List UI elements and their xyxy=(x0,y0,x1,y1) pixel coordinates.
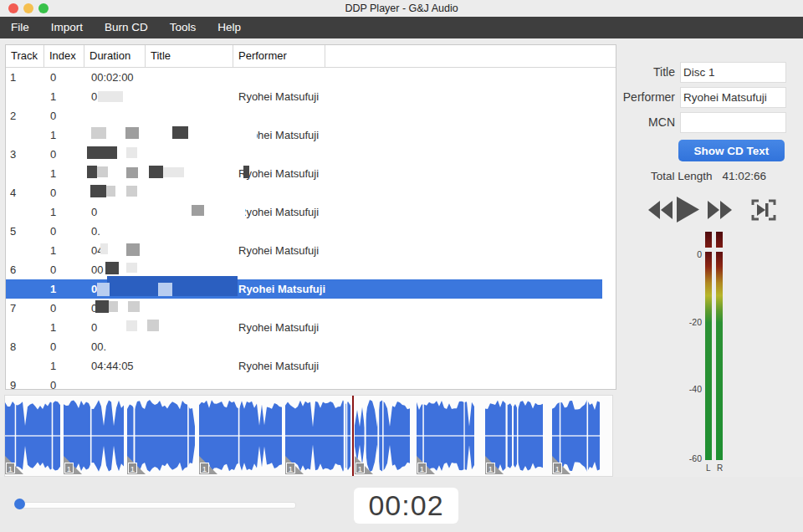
menu-import[interactable]: Import xyxy=(40,17,94,38)
table-row[interactable]: 20 xyxy=(6,106,602,125)
meter-scale-20: -20 xyxy=(688,317,702,327)
playhead-line xyxy=(352,396,354,476)
transport-controls xyxy=(648,197,782,223)
title-field-label: Title xyxy=(575,65,675,79)
table-row[interactable]: 104Ryohei Matsufuji xyxy=(6,279,602,299)
waveform-segment[interactable]: 1 xyxy=(64,397,125,474)
table-header: Track Index Duration Title Performer xyxy=(6,45,616,68)
table-row[interactable]: 10Ryohei Matsufuji xyxy=(6,87,602,106)
cell-index: 1 xyxy=(44,283,84,295)
menu-tools[interactable]: Tools xyxy=(159,17,207,38)
redaction-block xyxy=(126,263,137,273)
waveform-segment[interactable]: 1 xyxy=(552,397,601,474)
meter-label-left: L xyxy=(706,463,711,473)
total-length-value: 41:02:66 xyxy=(723,170,767,182)
redaction-block xyxy=(95,300,109,313)
table-row[interactable]: 1000:02:00 xyxy=(6,68,602,87)
play-button[interactable] xyxy=(677,197,699,226)
cell-index: 0 xyxy=(44,263,84,276)
time-display: 00:02 xyxy=(354,488,458,524)
skip-to-marker-button[interactable] xyxy=(750,198,777,225)
column-header-index[interactable]: Index xyxy=(44,45,84,67)
cell-index: 0 xyxy=(44,187,84,199)
meter-scale-60: -60 xyxy=(688,453,702,463)
redaction-block xyxy=(98,91,123,102)
rewind-button[interactable] xyxy=(648,201,673,223)
track-marker-number: 1 xyxy=(553,463,562,473)
redaction-block xyxy=(126,243,140,256)
show-cd-text-button[interactable]: Show CD Text xyxy=(678,140,785,161)
track-marker-number: 1 xyxy=(417,463,427,473)
redaction-block xyxy=(147,320,159,331)
performer-field-label: Performer xyxy=(575,90,675,104)
redaction-block xyxy=(126,167,138,178)
app-window: DDP Player - G&J Audio File Import Burn … xyxy=(0,0,803,532)
redaction-block xyxy=(91,127,106,139)
cell-track: 5 xyxy=(6,225,44,238)
seek-slider-track[interactable] xyxy=(15,502,296,509)
fast-forward-button[interactable] xyxy=(707,201,732,223)
cell-duration: 00. xyxy=(84,340,146,353)
cell-index: 0 xyxy=(44,302,84,315)
column-header-duration[interactable]: Duration xyxy=(84,45,146,67)
menu-file[interactable]: File xyxy=(0,17,40,38)
table-row[interactable]: 104Ryohei Matsufuji xyxy=(6,241,602,260)
track-marker-number: 1 xyxy=(200,463,209,473)
menu-help[interactable]: Help xyxy=(207,17,252,38)
column-header-performer[interactable]: Performer xyxy=(233,45,325,67)
waveform-segment[interactable]: 1 xyxy=(417,397,476,474)
cell-track: 7 xyxy=(6,302,44,315)
redaction-block xyxy=(106,186,115,197)
redaction-block xyxy=(235,204,245,218)
cell-track: 4 xyxy=(6,187,44,199)
cell-track: 1 xyxy=(6,71,44,84)
disc-performer-input[interactable] xyxy=(680,87,786,108)
column-header-empty[interactable] xyxy=(325,45,616,67)
waveform-segment[interactable]: 1 xyxy=(5,397,61,474)
redaction-block xyxy=(149,166,163,178)
redaction-block xyxy=(87,166,97,178)
redaction-block xyxy=(172,126,188,139)
transport-bar: 00:02 xyxy=(0,477,803,532)
waveform-segment[interactable]: 1 xyxy=(199,397,283,474)
waveform-segment[interactable]: 1 xyxy=(285,397,352,474)
redaction-block xyxy=(97,166,108,177)
cell-track: 6 xyxy=(6,263,44,276)
skip-to-marker-icon xyxy=(750,210,777,224)
track-marker-number: 1 xyxy=(6,463,15,473)
table-row[interactable]: 10Ryohei Matsufuji xyxy=(6,202,602,222)
menu-burn-cd[interactable]: Burn CD xyxy=(94,17,159,38)
titlebar: DDP Player - G&J Audio xyxy=(0,0,803,17)
waveform-segment[interactable]: 1 xyxy=(127,397,196,474)
cell-performer: Ryohei Matsufuji xyxy=(233,90,325,103)
column-header-track[interactable]: Track xyxy=(6,45,44,67)
redaction-block xyxy=(97,283,110,296)
table-body: 1000:02:0010Ryohei Matsufuji201Ryohei Ma… xyxy=(6,68,616,390)
mcn-input[interactable] xyxy=(680,112,786,133)
table-row[interactable]: 10Ryohei Matsufuji xyxy=(6,318,602,337)
waveform-segment[interactable]: 1 xyxy=(485,397,545,474)
disc-title-input[interactable] xyxy=(680,62,786,83)
cell-performer: Ryohei Matsufuji xyxy=(233,244,325,257)
menubar: File Import Burn CD Tools Help xyxy=(0,17,803,38)
cell-performer: Ryohei Matsufuji xyxy=(233,283,325,295)
mcn-field-label: MCN xyxy=(575,115,675,129)
waveform-segment[interactable]: 1 xyxy=(355,397,410,474)
table-row[interactable]: 500. xyxy=(6,222,602,241)
cell-index: 1 xyxy=(44,360,84,372)
cell-duration: 04:44:05 xyxy=(84,360,146,372)
table-row[interactable]: 6000 xyxy=(6,260,602,279)
cell-index: 0 xyxy=(44,110,84,122)
redaction-block xyxy=(243,166,249,178)
table-row[interactable]: 8000. xyxy=(6,337,602,356)
cell-index: 0 xyxy=(44,340,84,353)
seek-slider-thumb[interactable] xyxy=(14,499,25,509)
redaction-block xyxy=(128,301,140,312)
column-header-title[interactable]: Title xyxy=(146,45,233,67)
total-length: Total Length41:02:66 xyxy=(651,170,766,182)
time-display-value: 00:02 xyxy=(368,489,443,522)
redaction-block xyxy=(87,146,117,159)
table-row[interactable]: 104:44:05Ryohei Matsufuji xyxy=(6,356,602,376)
cell-performer: Ryohei Matsufuji xyxy=(233,321,325,334)
cell-track: 8 xyxy=(6,340,44,353)
